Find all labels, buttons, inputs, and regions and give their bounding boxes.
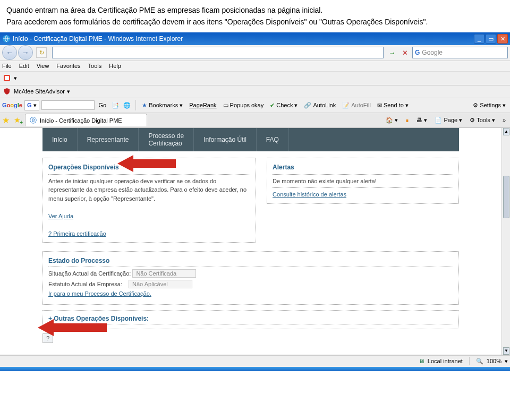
situacao-value: Não Certificada (132, 269, 196, 278)
google-tb-icon-2[interactable]: 🌐 (122, 100, 132, 110)
operacoes-body: Antes de iniciar qualquer operação deve … (48, 177, 250, 203)
pagerank-button[interactable]: PageRank (187, 101, 218, 109)
alertas-msg: De momento não existe qualquer alerta! (273, 177, 453, 186)
nav-informacao[interactable]: Informação Útil (194, 128, 257, 151)
nav-representante[interactable]: Representante (78, 128, 139, 151)
autolink-button[interactable]: 🔗AutoLink (302, 101, 338, 110)
zoom-caret[interactable]: ▾ (505, 358, 508, 365)
home-icon: 🏠 (386, 117, 393, 124)
page-content: Início Representante Processo de Certifi… (0, 128, 510, 355)
google-toolbar: Google G ▾ Go 📑 🌐 ★Bookmarks▾ PageRank ▭… (0, 98, 510, 113)
maximize-button[interactable]: ▭ (486, 34, 496, 44)
menu-edit[interactable]: Edit (19, 63, 29, 69)
ir-processo-link[interactable]: Ir para o meu Processo de Certificação. (48, 290, 151, 297)
settings-button[interactable]: ⚙Settings▾ (471, 101, 508, 110)
add-favorites-icon[interactable]: ★+ (14, 116, 21, 124)
primeira-certificacao-link[interactable]: ? Primeira certificação (48, 230, 106, 237)
instruction-paragraphs: Quando entram na área da Certificação PM… (0, 0, 510, 32)
menu-favorites[interactable]: Favorites (56, 63, 80, 69)
favorites-star-icon[interactable]: ★ (2, 115, 10, 125)
back-button[interactable]: ← (2, 45, 17, 60)
more-button[interactable]: » (500, 117, 508, 123)
sendto-button[interactable]: ✉Send to▾ (375, 101, 411, 110)
mcafee-shield-icon (2, 87, 12, 96)
outras-plus: + (48, 315, 52, 322)
home-dropdown[interactable]: 🏠▾ (384, 117, 400, 124)
operacoes-panel: Operações Disponíveis Antes de iniciar q… (42, 158, 256, 243)
google-brand: Google (2, 102, 22, 108)
page-dropdown[interactable]: 📄Page▾ (432, 117, 464, 124)
menu-file[interactable]: File (2, 63, 12, 69)
scroll-thumb[interactable] (503, 176, 509, 218)
google-go-button[interactable]: Go (97, 101, 109, 109)
search-placeholder: Google (422, 49, 443, 56)
mcafee-label[interactable]: McAfee SiteAdvisor (14, 88, 65, 95)
alertas-title: Alertas (273, 162, 453, 172)
tools-dropdown[interactable]: ⚙Tools▾ (468, 117, 497, 124)
pdf-icon[interactable] (2, 73, 12, 83)
security-zone: Local intranet (428, 358, 463, 364)
instruction-line-2: Para acederem aos formulários de certifi… (6, 16, 504, 28)
alertas-historico-link[interactable]: Consulte histórico de alertas (273, 191, 346, 198)
refresh-button[interactable]: ↻ (36, 47, 47, 58)
bookmarks-button[interactable]: ★Bookmarks▾ (140, 101, 185, 110)
zoom-icon[interactable]: 🔍 (476, 358, 483, 365)
go-button[interactable]: → (387, 47, 397, 58)
vertical-scrollbar[interactable]: ▲ ▼ (502, 128, 510, 355)
menu-bar: File Edit View Favorites Tools Help (0, 61, 510, 72)
print-dropdown[interactable]: 🖶▾ (414, 117, 429, 124)
dropdown-caret[interactable]: ▾ (14, 75, 17, 82)
outras-operacoes-panel[interactable]: + Outras Operações Disponíveis: (42, 310, 459, 329)
help-button[interactable]: ? (42, 333, 53, 343)
menu-tools[interactable]: Tools (88, 63, 102, 69)
tab-bar: ★ ★+ ⓔ Início - Certificação Digital PME… (0, 113, 510, 128)
stop-button[interactable]: ✕ (400, 47, 410, 58)
menu-view[interactable]: View (37, 63, 49, 69)
browser-nav-bar: ← → ↻ → ✕ G Google (0, 45, 510, 61)
site-top-nav: Início Representante Processo de Certifi… (42, 128, 459, 151)
svg-rect-2 (5, 76, 9, 80)
menu-help[interactable]: Help (109, 63, 121, 69)
scroll-down-arrow[interactable]: ▼ (503, 347, 509, 355)
nav-processo[interactable]: Processo de Certificação (139, 128, 194, 151)
address-bar[interactable] (52, 47, 384, 58)
feed-button[interactable]: ∎ (403, 117, 411, 124)
window-titlebar: Início - Certificação Digital PME - Wind… (0, 32, 510, 45)
google-tb-icon-1[interactable]: 📑 (110, 100, 120, 110)
estatuto-label: Estatuto Actual da Empresa: (48, 281, 122, 287)
close-button[interactable]: ✕ (497, 34, 508, 44)
situacao-label: Situação Actual da Certificação: (48, 270, 131, 277)
convert-toolbar: ▾ (0, 72, 510, 85)
zone-icon: 🖥 (419, 358, 424, 364)
nav-faq[interactable]: FAQ (257, 128, 289, 151)
autofill-button[interactable]: 📝AutoFill (340, 101, 373, 110)
estatuto-value: Não Aplicável (129, 280, 192, 288)
google-icon: G (415, 49, 420, 56)
print-icon: 🖶 (416, 117, 422, 123)
estado-title: Estado do Processo (48, 257, 453, 264)
estado-panel: Estado do Processo Situação Actual da Ce… (42, 251, 459, 305)
feed-icon: ∎ (405, 117, 409, 124)
windows-taskbar (0, 367, 510, 371)
browser-search-box[interactable]: G Google (412, 47, 508, 58)
check-button[interactable]: ✔Check▾ (268, 101, 300, 110)
ie-icon (2, 35, 11, 43)
tab-title: Início - Certificação Digital PME (40, 117, 122, 124)
page-icon: 📄 (435, 117, 442, 124)
nav-inicio[interactable]: Início (42, 128, 78, 151)
outras-label: Outras Operações Disponíveis: (54, 315, 149, 322)
minimize-button[interactable]: _ (474, 34, 484, 44)
window-title: Início - Certificação Digital PME - Wind… (13, 35, 183, 42)
tab-ie-icon: ⓔ (30, 116, 37, 125)
instruction-line-1: Quando entram na área da Certificação PM… (6, 4, 504, 16)
mcafee-caret[interactable]: ▾ (67, 88, 70, 95)
active-tab[interactable]: ⓔ Início - Certificação Digital PME (25, 114, 147, 126)
popups-button[interactable]: ▭Popups okay (221, 101, 266, 110)
zoom-level[interactable]: 100% (487, 358, 502, 364)
status-bar: 🖥 Local intranet 🔍 100% ▾ (0, 355, 510, 367)
forward-button[interactable]: → (18, 45, 33, 60)
scroll-up-arrow[interactable]: ▲ (503, 128, 509, 135)
google-g-dropdown[interactable]: G ▾ (24, 100, 39, 110)
google-search-input[interactable] (41, 100, 95, 110)
ver-ajuda-link[interactable]: Ver Ajuda (48, 213, 73, 219)
